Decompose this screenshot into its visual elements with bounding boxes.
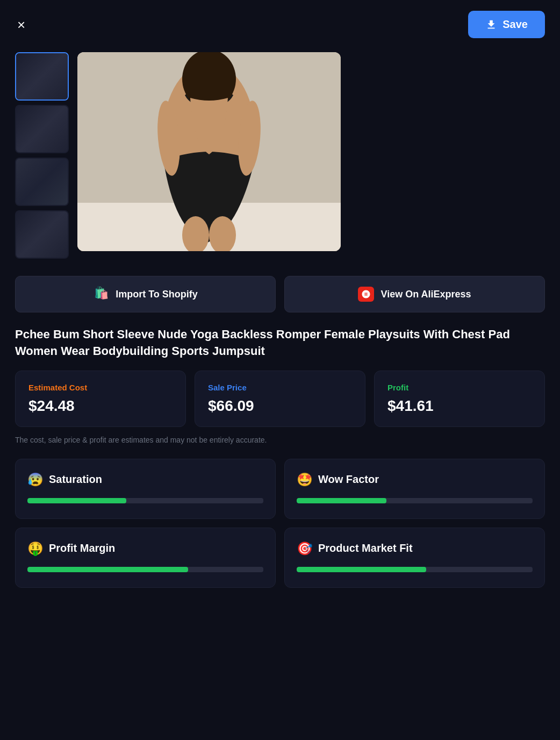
import-label: Import To Shopify [116,289,198,300]
product-market-fit-progress-fill [297,567,426,572]
product-market-fit-progress-bg [297,567,533,572]
saturation-progress-fill [27,498,126,503]
aliexpress-label: View On AliExpress [380,289,471,300]
close-button[interactable]: × [15,16,27,34]
saturation-title: 😰 Saturation [27,472,263,487]
save-icon [485,19,497,31]
saturation-card: 😰 Saturation [15,459,276,519]
wow-factor-emoji: 🤩 [297,472,313,487]
view-on-aliexpress-button[interactable]: View On AliExpress [284,276,545,312]
sale-price-card: Sale Price $66.09 [195,371,365,427]
metrics-grid: 😰 Saturation 🤩 Wow Factor 🤑 Profit Margi… [0,459,560,603]
save-button[interactable]: Save [468,11,545,38]
saturation-label: Saturation [49,473,102,486]
profit-margin-progress-fill [27,567,188,572]
estimated-cost-value: $24.48 [28,397,173,415]
sale-price-value: $66.09 [208,397,352,415]
product-title: Pchee Bum Short Sleeve Nude Yoga Backles… [0,321,560,371]
shopify-icon: 🛍️ [93,286,109,302]
profit-margin-emoji: 🤑 [27,541,44,556]
svg-point-5 [182,52,236,109]
profit-margin-label: Profit Margin [49,542,115,554]
price-cards: Estimated Cost $24.48 Sale Price $66.09 … [0,371,560,427]
profit-margin-card: 🤑 Profit Margin [15,528,276,588]
product-market-fit-title: 🎯 Product Market Fit [297,541,533,556]
import-to-shopify-button[interactable]: 🛍️ Import To Shopify [15,276,276,312]
estimated-cost-label: Estimated Cost [28,383,173,392]
sale-price-label: Sale Price [208,383,352,392]
profit-value: $41.61 [387,397,532,415]
product-market-fit-emoji: 🎯 [297,541,313,556]
profit-label: Profit [387,383,532,392]
profit-margin-title: 🤑 Profit Margin [27,541,263,556]
wow-factor-progress-bg [297,498,533,503]
wow-factor-label: Wow Factor [318,473,379,486]
wow-factor-title: 🤩 Wow Factor [297,472,533,487]
wow-factor-progress-fill [297,498,386,503]
wow-factor-card: 🤩 Wow Factor [284,459,545,519]
thumbnail-3[interactable] [15,158,69,206]
main-product-image [77,52,341,251]
thumbnail-list [15,52,69,259]
estimated-cost-card: Estimated Cost $24.48 [15,371,186,427]
pricing-disclaimer: The cost, sale price & profit are estima… [0,435,560,459]
thumbnail-4[interactable] [15,210,69,259]
profit-margin-progress-bg [27,567,263,572]
save-label: Save [502,18,528,31]
aliexpress-icon [358,287,374,302]
thumbnail-2[interactable] [15,105,69,153]
profit-card: Profit $41.61 [374,371,545,427]
header: × Save [0,0,560,44]
product-market-fit-card: 🎯 Product Market Fit [284,528,545,588]
product-section [0,44,560,267]
saturation-emoji: 😰 [27,472,44,487]
product-market-fit-label: Product Market Fit [318,542,413,554]
action-buttons: 🛍️ Import To Shopify View On AliExpress [0,267,560,321]
saturation-progress-bg [27,498,263,503]
thumbnail-1[interactable] [15,52,69,101]
